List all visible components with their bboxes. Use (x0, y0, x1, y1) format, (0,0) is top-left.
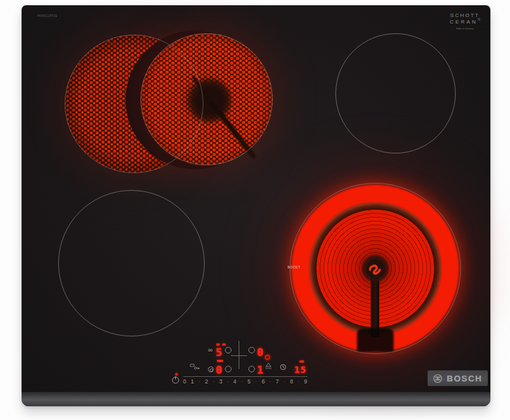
timer-min-marker (299, 361, 304, 363)
slider-separator: · (212, 379, 214, 385)
zone-select-front-left[interactable] (225, 366, 231, 372)
dual-circuit-key[interactable]: ∞ (208, 346, 212, 353)
slider-separator: · (241, 379, 243, 385)
slider-level-9[interactable]: 9 (304, 378, 307, 385)
slider-separator: · (284, 379, 286, 385)
slider-level-1[interactable]: 1 (191, 378, 194, 385)
timer-display: 15 (294, 365, 307, 374)
level-display-rear-right: 0 (257, 347, 264, 358)
power-on-indicator (175, 373, 178, 376)
control-panel: ∞ 5 0 0 1 boost (163, 339, 327, 390)
slider-rule (183, 376, 307, 377)
zone-divider-horizontal (231, 355, 247, 356)
boost-key-label: boost (266, 367, 271, 370)
made-in-caption: Made in Germany (456, 27, 474, 30)
front-trim-strip (22, 392, 490, 406)
slider-level-6[interactable]: 6 (262, 378, 265, 385)
power-key-icon[interactable] (171, 376, 180, 384)
product-photo: PKM611FP2E SCHOTT CERAN® Made in Germany… (0, 0, 510, 420)
model-number: PKM611FP2E (37, 14, 58, 18)
level-slider[interactable]: 0 1 · 2 · 3 · 4 · 5 · 6 · 7 · 8 · 9 (183, 378, 307, 385)
zone-select-rear-left[interactable] (225, 347, 231, 353)
zone-select-front-right[interactable] (248, 366, 255, 372)
slider-level-4[interactable]: 4 (233, 378, 237, 385)
timer-clock-icon[interactable] (280, 364, 286, 370)
selected-zone-marker (217, 360, 223, 362)
zone-select-rear-right[interactable] (248, 347, 255, 353)
burner-rear-left-outline2 (141, 33, 273, 165)
boost-key[interactable]: boost (264, 363, 273, 372)
burner-front-left (58, 190, 205, 336)
boost-print-label: BOOST (288, 266, 300, 269)
boost-triangle-icon (265, 363, 271, 367)
slider-level-7[interactable]: 7 (276, 378, 279, 385)
burner-rear-right (335, 33, 456, 153)
dual-zone-key[interactable] (208, 366, 214, 372)
extended-zone-indicator (216, 343, 226, 346)
level-display-rear-left: 5 (216, 347, 222, 358)
ceramic-hob: PKM611FP2E SCHOTT CERAN® Made in Germany… (22, 5, 490, 406)
slider-level-0[interactable]: 0 (183, 378, 186, 385)
slider-separator: · (255, 379, 257, 385)
slider-separator: · (269, 379, 271, 385)
bosch-armature-icon (433, 374, 443, 383)
slider-level-8[interactable]: 8 (290, 378, 293, 385)
schott-ceran-mark: SCHOTT CERAN® Made in Germany (443, 12, 486, 31)
ceran-line: CERAN® (443, 18, 486, 25)
zone-timer-indicator (265, 355, 270, 360)
slider-level-2[interactable]: 2 (205, 378, 209, 385)
bosch-wordmark: BOSCH (447, 374, 482, 383)
slider-level-3[interactable]: 3 (219, 378, 222, 385)
burner-front-right-outline (290, 183, 461, 354)
bosch-badge: BOSCH (428, 370, 488, 386)
slider-separator: · (199, 379, 201, 385)
slider-separator: · (298, 379, 299, 385)
slider-level-5[interactable]: 5 (247, 378, 250, 385)
slider-separator: · (227, 379, 229, 385)
wipe-protection-key-icon[interactable] (188, 363, 200, 370)
level-display-front-right: 1 (257, 365, 264, 376)
level-display-front-left: 0 (216, 365, 222, 376)
